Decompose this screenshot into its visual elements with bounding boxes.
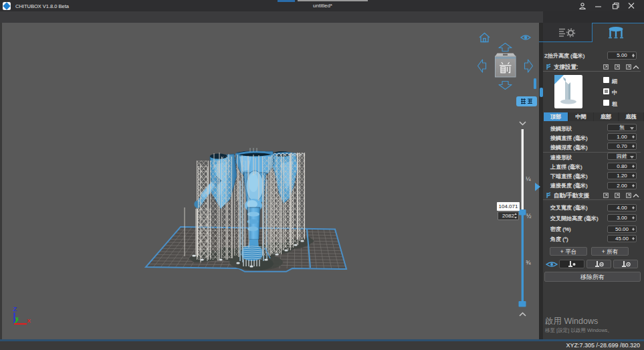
svg-text:Z: Z <box>13 305 17 313</box>
svg-text:X: X <box>27 318 31 324</box>
